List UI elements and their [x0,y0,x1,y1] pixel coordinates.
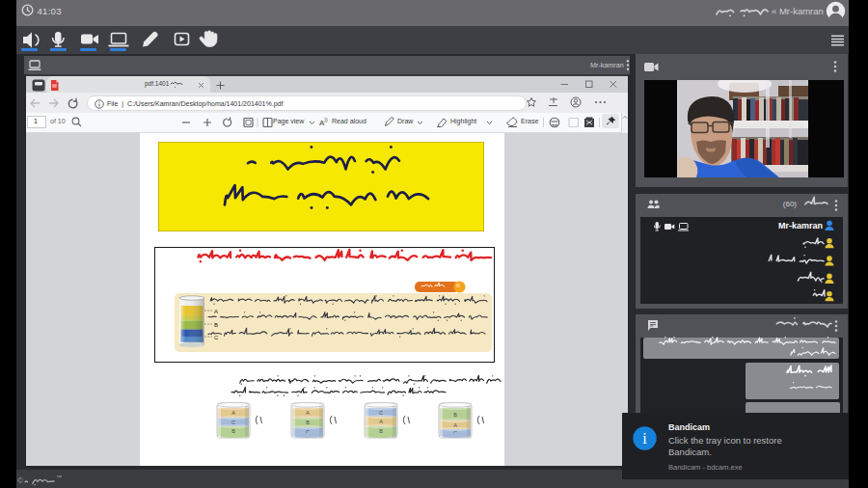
svg-text:B: B [214,322,218,328]
svg-text:A: A [214,309,218,314]
svg-text:A: A [306,410,310,416]
svg-text:C: C [379,410,383,416]
svg-text:C: C [231,420,235,425]
svg-text:A: A [379,419,383,424]
svg-text:A: A [231,410,235,416]
svg-text:B: B [453,412,457,418]
svg-text:A: A [453,422,457,428]
svg-text:i: i [642,430,647,447]
svg-text:B: B [306,420,310,425]
svg-text:C: C [214,335,219,340]
